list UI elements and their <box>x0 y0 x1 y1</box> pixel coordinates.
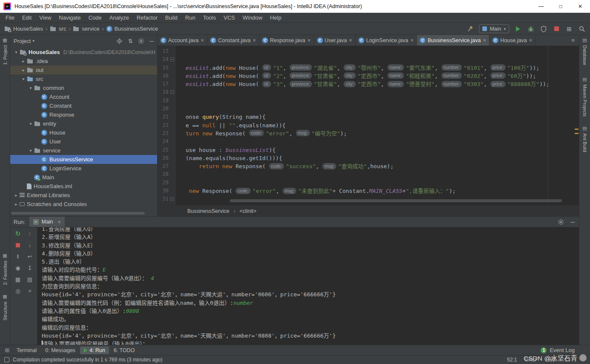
menu-code[interactable]: Code <box>85 14 106 21</box>
gear-icon[interactable] <box>137 37 145 45</box>
tab-house-java[interactable]: CHouse.java× <box>490 35 536 46</box>
tab-account-java[interactable]: CAccount.java× <box>158 35 207 46</box>
tree-item-external-libraries[interactable]: ▸External Libraries <box>10 191 157 200</box>
toolwindow-button-4-run[interactable]: 4: Run <box>80 347 109 354</box>
tree-expand-arrow-icon[interactable]: ▾ <box>20 77 27 81</box>
breadcrumb-bussinessservice[interactable]: BussinessService <box>187 208 229 214</box>
pin-icon[interactable]: ◎ <box>14 287 22 295</box>
tree-item-main[interactable]: CMain <box>10 173 157 182</box>
menu-view[interactable]: View <box>35 14 55 21</box>
down-stack-trace-icon[interactable]: ↓ <box>26 241 34 249</box>
maximize-button[interactable]: □ <box>551 0 570 13</box>
tree-expand-arrow-icon[interactable]: ▸ <box>20 59 27 63</box>
tree-item-constant[interactable]: CConstant <box>10 101 157 110</box>
locate-icon[interactable] <box>116 37 123 45</box>
toolwindow-button-0-messages[interactable]: 0: Messages <box>41 347 79 354</box>
tree-expand-arrow-icon[interactable]: ▾ <box>27 121 34 126</box>
snapshot-icon[interactable]: ◉ <box>14 264 22 272</box>
close-icon[interactable]: × <box>253 37 256 43</box>
tree-item-out[interactable]: ▸out <box>10 66 157 75</box>
menu-vcs[interactable]: VCS <box>220 14 239 21</box>
breadcrumb-item-housesales[interactable]: HouseSales <box>4 26 43 32</box>
breadcrumb-item-bussinessservice[interactable]: CBussinessService <box>106 26 158 32</box>
stripe-structure[interactable]: ▦Structure <box>0 294 10 321</box>
tab-list-icon[interactable]: ≡ <box>567 35 579 46</box>
close-button[interactable]: ✕ <box>570 0 590 13</box>
stop-icon[interactable] <box>14 241 22 249</box>
tree-item-src[interactable]: ▾src <box>10 75 157 83</box>
tree-item-scratches-and-consoles[interactable]: ▸Scratches and Consoles <box>10 200 157 209</box>
error-stripe-mark[interactable] <box>575 133 579 134</box>
breadcrumb-clinit[interactable]: <clinit> <box>240 208 257 214</box>
clear-icon[interactable]: × <box>26 287 34 295</box>
tab-user-java[interactable]: CUser.java× <box>314 35 356 46</box>
close-icon[interactable]: × <box>58 219 61 225</box>
tree-item-user[interactable]: CUser <box>10 137 157 146</box>
toolwindow-button-terminal[interactable]: Terminal <box>13 347 40 354</box>
menu-run[interactable]: Run <box>181 14 199 21</box>
fold-marker-icon[interactable]: − <box>170 197 174 201</box>
tree-item-house[interactable]: CHouse <box>10 128 157 137</box>
tab-constant-java[interactable]: CConstant.java× <box>207 35 259 46</box>
close-icon[interactable]: × <box>349 37 352 43</box>
close-icon[interactable]: × <box>483 37 487 43</box>
run-button[interactable] <box>514 25 522 33</box>
menu-analyze[interactable]: Analyze <box>106 14 133 21</box>
close-icon[interactable]: × <box>529 37 533 43</box>
tree-expand-arrow-icon[interactable]: ▾ <box>27 148 34 153</box>
tab-response-java[interactable]: CResponse.java× <box>259 35 314 46</box>
hide-icon[interactable]: ─ <box>571 219 575 225</box>
tool-buttons-icon[interactable]: ⊞ <box>565 25 573 33</box>
tree-item-housesales-iml[interactable]: HouseSales.iml <box>10 182 157 191</box>
tree-item-entity[interactable]: ▾entity <box>10 119 157 128</box>
tree-item-idea[interactable]: ▸.idea <box>10 57 157 66</box>
menu-window[interactable]: Window <box>239 14 266 21</box>
tree-item-bussinessservice[interactable]: CBussinessService <box>10 155 157 164</box>
run-console[interactable]: 1.查询房屋（输入Q）2.新增房屋（输入A）3.修改房屋（输入E）4.删除房屋（… <box>37 227 579 345</box>
tree-item-account[interactable]: CAccount <box>10 92 157 101</box>
scroll-to-end-icon[interactable]: ↧ <box>26 264 34 272</box>
menu-build[interactable]: Build <box>161 14 181 21</box>
tree-item-common[interactable]: ▾common <box>10 83 157 92</box>
tab-bussinessservice-java[interactable]: CBussinessService.java× <box>417 35 490 46</box>
monitor-icon[interactable]: ▦ <box>14 276 22 283</box>
menu-file[interactable]: File <box>2 14 18 21</box>
search-everywhere-icon[interactable] <box>578 25 586 33</box>
coverage-icon[interactable] <box>540 25 547 33</box>
menu-navigate[interactable]: Navigate <box>55 14 84 21</box>
error-stripe-mark[interactable] <box>575 129 579 130</box>
tree-item-housesales[interactable]: ▾HouseSalesD:\BusinessCodes\IDEA2018\Con… <box>10 48 157 57</box>
settings-filter-icon[interactable]: ⇅ <box>128 38 133 44</box>
tree-expand-arrow-icon[interactable]: ▸ <box>13 202 20 206</box>
breadcrumb-item-service[interactable]: service <box>73 26 99 32</box>
tree-expand-arrow-icon[interactable]: ▸ <box>13 193 20 198</box>
menu-help[interactable]: Help <box>266 14 285 21</box>
toolwindow-button-6-todo[interactable]: 6: TODO <box>110 347 139 354</box>
menu-tools[interactable]: Tools <box>199 14 220 21</box>
minimize-button[interactable]: — <box>531 0 551 13</box>
tab-loginservice-java[interactable]: CLoginService.java× <box>355 35 417 46</box>
menu-refactor[interactable]: Refactor <box>133 14 161 21</box>
stripe-1-project[interactable]: ▦1: Project <box>0 37 10 65</box>
close-icon[interactable]: × <box>201 37 204 43</box>
up-stack-trace-icon[interactable]: ↑ <box>26 230 34 237</box>
close-icon[interactable]: × <box>410 37 414 43</box>
run-tab-main[interactable]: Main × <box>29 217 65 227</box>
event-log-button[interactable]: Event Log <box>550 347 575 353</box>
rerun-icon[interactable]: ↻ <box>14 230 22 237</box>
code-editor[interactable]: essList.add(new House( id:"1", province:… <box>175 46 579 205</box>
tool-windows-icon[interactable]: ⊞ <box>3 347 12 353</box>
close-icon[interactable]: × <box>307 37 311 43</box>
stop-button[interactable] <box>553 25 560 33</box>
print-icon[interactable]: ▤ <box>26 276 34 283</box>
caret-position-widget[interactable]: 52:1 <box>507 357 517 363</box>
stripe-2-favorites[interactable]: ▦2: Favorites <box>0 253 10 285</box>
pause-output-icon[interactable]: ‖ <box>14 253 22 260</box>
fold-marker-icon[interactable]: − <box>170 57 174 61</box>
stripe-database[interactable]: ▤Database <box>579 37 590 65</box>
hide-icon[interactable]: ─ <box>150 38 154 44</box>
stripe-maven-projects[interactable]: ▤Maven Projects <box>579 77 590 117</box>
tree-item-loginservice[interactable]: CLoginService <box>10 164 157 173</box>
stripe-ant-build[interactable]: ▤Ant Build <box>579 126 590 152</box>
tree-expand-arrow-icon[interactable]: ▾ <box>13 50 20 54</box>
